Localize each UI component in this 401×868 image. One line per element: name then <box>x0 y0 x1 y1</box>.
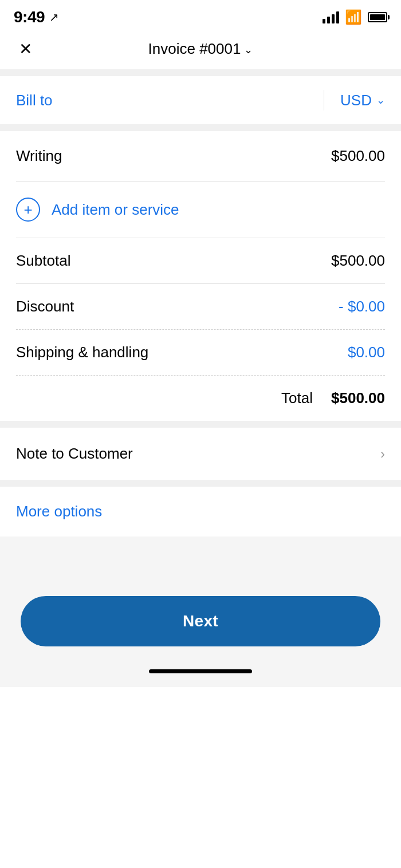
location-icon: ↗ <box>49 10 59 24</box>
discount-row[interactable]: Discount - $0.00 <box>16 284 385 330</box>
subtotal-row: Subtotal $500.00 <box>16 238 385 284</box>
note-chevron-icon: › <box>380 446 385 462</box>
wifi-icon: 📶 <box>345 9 362 25</box>
bill-to-row: Bill to USD ⌄ <box>0 76 401 124</box>
discount-label: Discount <box>16 298 74 315</box>
title-chevron-icon: ⌄ <box>244 44 253 56</box>
item-row[interactable]: Writing $500.00 <box>16 131 385 182</box>
currency-label: USD <box>340 92 372 109</box>
bill-to-divider <box>324 90 325 111</box>
invoice-title[interactable]: Invoice #0001 ⌄ <box>148 40 253 58</box>
next-button-container: Next <box>0 582 401 660</box>
add-plus-icon: + <box>23 202 32 217</box>
more-options-section: More options <box>0 487 401 536</box>
signal-bars-icon <box>323 11 339 23</box>
section-divider-4 <box>0 480 401 487</box>
status-bar: 9:49 ↗ 📶 <box>0 0 401 31</box>
battery-icon <box>368 12 387 22</box>
nav-header: ✕ Invoice #0001 ⌄ <box>0 31 401 69</box>
total-row: Total $500.00 <box>16 376 385 421</box>
status-time: 9:49 <box>14 8 45 26</box>
invoice-title-text: Invoice #0001 <box>148 40 241 58</box>
item-name: Writing <box>16 147 62 165</box>
bottom-area <box>0 536 401 582</box>
subtotal-value: $500.00 <box>331 252 385 270</box>
home-indicator <box>0 660 401 687</box>
add-item-label: Add item or service <box>52 201 179 219</box>
item-price: $500.00 <box>331 147 385 165</box>
total-value: $500.00 <box>331 389 385 407</box>
bill-to-label[interactable]: Bill to <box>16 92 324 109</box>
shipping-value: $0.00 <box>348 344 385 361</box>
total-label: Total <box>281 389 313 407</box>
totals-section: Subtotal $500.00 Discount - $0.00 Shippi… <box>0 238 401 421</box>
shipping-row[interactable]: Shipping & handling $0.00 <box>16 330 385 376</box>
subtotal-label: Subtotal <box>16 252 70 270</box>
section-divider-3 <box>0 421 401 428</box>
add-item-row[interactable]: + Add item or service <box>16 182 385 238</box>
close-icon: ✕ <box>19 41 32 57</box>
currency-selector[interactable]: USD ⌄ <box>340 92 385 109</box>
shipping-label: Shipping & handling <box>16 344 148 361</box>
note-label: Note to Customer <box>16 445 133 463</box>
more-options-label[interactable]: More options <box>16 503 102 520</box>
items-section: Writing $500.00 + Add item or service <box>0 131 401 238</box>
section-divider-2 <box>0 124 401 131</box>
note-to-customer-row[interactable]: Note to Customer › <box>0 428 401 480</box>
section-divider-1 <box>0 69 401 76</box>
close-button[interactable]: ✕ <box>14 38 37 61</box>
currency-chevron-icon: ⌄ <box>376 94 385 106</box>
discount-value: - $0.00 <box>339 298 385 315</box>
add-icon-circle: + <box>16 198 40 222</box>
status-icons: 📶 <box>323 9 387 25</box>
home-bar <box>149 669 252 673</box>
next-button[interactable]: Next <box>21 596 380 646</box>
